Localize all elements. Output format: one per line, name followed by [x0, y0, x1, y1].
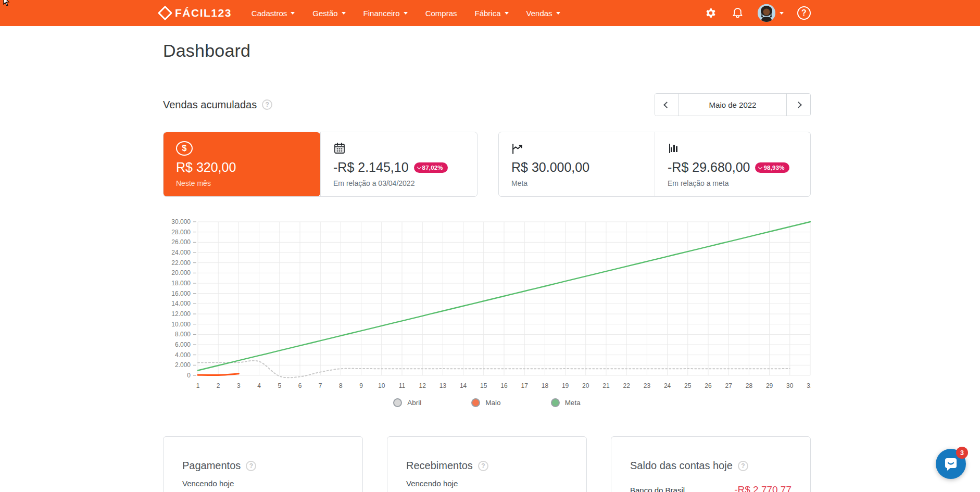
stats-row: R$ 320,00 Neste mês -R$ 2.145,10 [163, 132, 811, 197]
svg-text:12.000: 12.000 [171, 310, 191, 318]
variation-badge: 87,02% [414, 162, 448, 173]
legend-item-maio[interactable]: Maio [471, 398, 500, 407]
svg-text:26: 26 [705, 382, 712, 389]
brand-logo[interactable]: FÁCIL123 [160, 7, 232, 19]
stat-value: -R$ 2.145,10 [333, 160, 409, 175]
help-tooltip-icon[interactable] [262, 99, 272, 110]
chart-legend: Abril Maio Meta [163, 398, 811, 407]
top-navbar: FÁCIL123 Cadastros Gestão Financeiro Com… [0, 0, 980, 26]
menu-cadastros-label: Cadastros [252, 9, 287, 18]
svg-text:4.000: 4.000 [175, 351, 191, 359]
panel-pagamentos: Pagamentos Vencendo hoje R$ 0,00 [163, 436, 363, 492]
chevron-right-icon [795, 102, 802, 108]
sales-chart: 02.0004.0006.0008.00010.00012.00014.0001… [163, 218, 811, 407]
chevron-down-icon [758, 165, 762, 169]
chat-unread-badge: 3 [956, 447, 968, 459]
stat-card-vs-date: -R$ 2.145,10 87,02% Em relação a 03/04/2… [320, 132, 477, 196]
chat-bubble-icon [943, 456, 959, 472]
menu-cadastros[interactable]: Cadastros [252, 9, 295, 18]
svg-text:6: 6 [298, 382, 302, 389]
svg-text:22.000: 22.000 [171, 259, 191, 267]
svg-text:8: 8 [339, 382, 343, 389]
svg-text:19: 19 [562, 382, 569, 389]
help-tooltip-icon[interactable] [246, 461, 256, 471]
menu-fabrica[interactable]: Fábrica [475, 9, 509, 18]
period-navigator: Maio de 2022 [655, 93, 811, 116]
svg-text:28.000: 28.000 [171, 229, 191, 236]
legend-dot-abril [393, 398, 402, 407]
chevron-down-icon [417, 165, 421, 169]
next-month-button[interactable] [787, 94, 810, 116]
svg-text:2: 2 [217, 382, 220, 389]
user-menu[interactable] [758, 4, 784, 22]
chevron-down-icon [291, 12, 295, 15]
prev-month-button[interactable] [655, 94, 679, 116]
help-icon[interactable] [797, 6, 811, 20]
svg-text:10.000: 10.000 [171, 321, 191, 328]
svg-text:18.000: 18.000 [171, 280, 191, 287]
account-row: Banco do Brasil -R$ 2.770,77 [630, 484, 791, 492]
period-label[interactable]: Maio de 2022 [679, 94, 787, 116]
svg-text:30: 30 [786, 382, 794, 389]
chat-button[interactable]: 3 [936, 449, 966, 479]
stat-caption: Em relação a meta [668, 179, 798, 187]
panel-recebimentos: Recebimentos Vencendo hoje R$ 0,00 [387, 436, 587, 492]
sales-section-title: Vendas acumuladas [163, 99, 272, 111]
menu-compras[interactable]: Compras [425, 9, 457, 18]
stat-card-goal: R$ 30.000,00 Meta [499, 132, 655, 196]
menu-financeiro[interactable]: Financeiro [363, 9, 408, 18]
chevron-down-icon [556, 12, 560, 15]
svg-text:27: 27 [725, 382, 733, 389]
avatar [758, 4, 775, 22]
svg-text:25: 25 [684, 382, 692, 389]
stat-card-current-month: R$ 320,00 Neste mês [164, 132, 320, 196]
svg-text:22: 22 [623, 382, 631, 389]
svg-text:17: 17 [521, 382, 529, 389]
svg-text:14: 14 [460, 382, 467, 389]
svg-text:12: 12 [419, 382, 426, 389]
svg-text:23: 23 [644, 382, 651, 389]
svg-text:14.000: 14.000 [171, 300, 191, 307]
logo-diamond-icon [158, 6, 172, 20]
menu-gestao[interactable]: Gestão [312, 9, 345, 18]
svg-text:13: 13 [439, 382, 447, 389]
bell-icon[interactable] [731, 7, 744, 20]
svg-text:21: 21 [602, 382, 610, 389]
page-title: Dashboard [163, 41, 811, 61]
account-balance: -R$ 2.770,77 [734, 484, 791, 492]
dashboard-page: Dashboard Vendas acumuladas Maio de 2022… [163, 41, 811, 492]
svg-text:4: 4 [257, 382, 261, 389]
stat-caption: Meta [511, 179, 642, 187]
chevron-down-icon [780, 12, 784, 15]
help-tooltip-icon[interactable] [478, 461, 488, 471]
variation-value: 87,02% [422, 165, 443, 171]
svg-text:1: 1 [196, 382, 200, 389]
legend-label: Abril [407, 399, 421, 407]
account-name: Banco do Brasil [630, 486, 685, 492]
legend-label: Maio [485, 399, 500, 407]
main-menu: Cadastros Gestão Financeiro Compras Fábr… [252, 9, 560, 18]
svg-text:30.000: 30.000 [171, 218, 191, 225]
svg-text:28: 28 [746, 382, 753, 389]
graph-up-icon [511, 141, 642, 156]
svg-text:20.000: 20.000 [171, 269, 191, 276]
help-tooltip-icon[interactable] [738, 461, 748, 471]
legend-label: Meta [565, 399, 581, 407]
menu-vendas[interactable]: Vendas [526, 9, 560, 18]
panel-title: Pagamentos [182, 460, 241, 472]
legend-item-abril[interactable]: Abril [393, 398, 421, 407]
legend-item-meta[interactable]: Meta [551, 398, 581, 407]
brand-name: FÁCIL123 [175, 7, 232, 19]
line-chart-canvas: 02.0004.0006.0008.00010.00012.00014.0001… [163, 218, 811, 392]
svg-text:3: 3 [237, 382, 241, 389]
svg-text:31: 31 [807, 382, 811, 389]
apps-grid-icon[interactable] [677, 6, 690, 20]
sales-title-label: Vendas acumuladas [163, 99, 257, 111]
svg-text:29: 29 [766, 382, 773, 389]
svg-text:24: 24 [664, 382, 671, 389]
stat-card-vs-goal: -R$ 29.680,00 98,93% Em relação a meta [655, 132, 810, 196]
svg-text:16.000: 16.000 [171, 290, 191, 297]
variation-badge: 98,93% [755, 162, 789, 173]
chevron-down-icon [404, 12, 408, 15]
gear-icon[interactable] [704, 6, 718, 20]
